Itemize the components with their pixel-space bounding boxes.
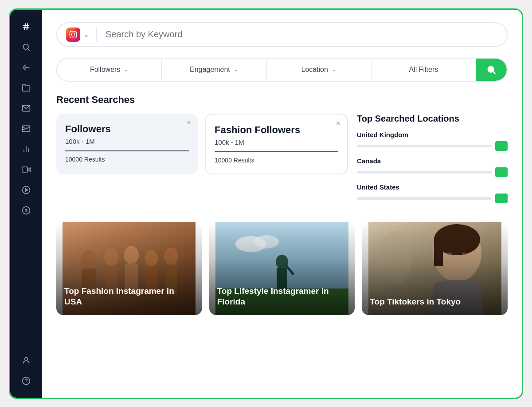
svg-point-18	[25, 357, 28, 360]
card-title-0: Followers	[65, 123, 189, 135]
featured-card-0[interactable]: Top Fashion Instagramer in USA	[56, 222, 202, 315]
sidebar-icon-hashtag[interactable]	[17, 18, 35, 36]
location-label: Location	[301, 66, 328, 74]
all-filters-btn[interactable]: All Filters	[372, 59, 476, 80]
svg-rect-21	[70, 31, 77, 38]
location-name-0: United Kingdom	[357, 131, 508, 138]
sidebar-icon-play[interactable]	[17, 181, 35, 199]
search-card-0[interactable]: ✕ Followers 100k - 1M 10000 Results	[56, 114, 198, 174]
featured-row: Top Fashion Instagramer in USA	[56, 222, 508, 315]
engagement-label: Engagement	[190, 66, 230, 74]
location-bar-bg-2	[357, 197, 492, 200]
followers-chevron-icon: ⌄	[124, 66, 129, 73]
card-close-1[interactable]: ✕	[336, 120, 341, 127]
location-bar-fill-2	[357, 197, 411, 200]
featured-card-text-0: Top Fashion Instagramer in USA	[64, 286, 194, 307]
platform-selector[interactable]: ⌄	[66, 28, 97, 42]
location-dot-0	[495, 141, 508, 151]
sidebar-icon-nav[interactable]	[17, 59, 35, 76]
search-input-wrapper: ⌄	[56, 22, 508, 47]
sidebar-icon-search[interactable]	[17, 38, 35, 56]
svg-line-5	[28, 48, 30, 51]
all-filters-label: All Filters	[409, 66, 438, 74]
recent-searches-title: Recent Searches	[56, 94, 508, 106]
location-bar-1	[357, 167, 508, 177]
svg-marker-15	[25, 188, 27, 191]
location-name-2: United States	[357, 183, 508, 191]
svg-rect-13	[22, 167, 28, 172]
card-results-1: 10000 Results	[215, 157, 338, 164]
location-bar-fill-0	[357, 145, 451, 147]
main-content: ⌄ Followers ⌄ Engagement ⌄ Location ⌄ Al…	[42, 10, 522, 398]
sidebar-icon-dollar[interactable]	[17, 202, 35, 219]
card-subtitle-1: 100k - 1M	[215, 138, 338, 146]
svg-line-3	[27, 23, 28, 30]
location-dot-1	[495, 167, 508, 177]
location-row-0: United Kingdom	[357, 131, 508, 151]
svg-line-25	[493, 71, 495, 74]
instagram-icon	[66, 28, 80, 42]
platform-chevron-icon: ⌄	[84, 31, 89, 38]
location-name-1: Canada	[357, 157, 508, 165]
location-row-1: Canada	[357, 157, 508, 177]
card-results-0: 10000 Results	[65, 156, 189, 163]
location-bar-0	[357, 141, 508, 151]
card-close-0[interactable]: ✕	[186, 119, 192, 126]
followers-label: Followers	[90, 66, 120, 74]
featured-card-text-2: Top Tiktokers in Tokyo	[370, 296, 500, 307]
featured-card-2[interactable]: Top Tiktokers in Tokyo	[362, 222, 508, 315]
sidebar-icon-help[interactable]	[17, 372, 35, 390]
featured-card-text-1: Top Lifestyle Instagramer in Florida	[217, 286, 347, 307]
search-input[interactable]	[97, 29, 498, 40]
recent-searches-section: Recent Searches ✕ Followers 100k - 1M 10…	[56, 94, 508, 315]
search-go-button[interactable]	[476, 59, 507, 81]
search-bar-row: ⌄	[56, 22, 508, 47]
location-bar-2	[357, 194, 508, 203]
sidebar-icon-mail[interactable]	[17, 99, 35, 117]
svg-line-2	[25, 23, 26, 30]
card-subtitle-0: 100k - 1M	[65, 138, 189, 145]
sidebar-icon-user[interactable]	[17, 352, 35, 369]
sidebar-icon-chart[interactable]	[17, 140, 35, 158]
sidebar-icon-record[interactable]	[17, 161, 35, 178]
recent-cards: ✕ Followers 100k - 1M 10000 Results ✕ Fa…	[56, 114, 348, 174]
sidebar	[10, 10, 42, 398]
svg-point-24	[488, 66, 494, 72]
location-row-2: United States	[357, 183, 508, 203]
locations-panel: Top Searched Locations United Kingdom Ca…	[357, 114, 508, 209]
svg-point-4	[23, 44, 28, 49]
svg-point-22	[71, 33, 75, 36]
filter-row: Followers ⌄ Engagement ⌄ Location ⌄ All …	[56, 58, 508, 82]
search-card-1[interactable]: ✕ Fashion Followers 100k - 1M 10000 Resu…	[205, 114, 348, 174]
location-filter-btn[interactable]: Location ⌄	[267, 59, 372, 80]
app-wrapper: ⌄ Followers ⌄ Engagement ⌄ Location ⌄ Al…	[9, 8, 523, 399]
engagement-chevron-icon: ⌄	[234, 66, 239, 73]
featured-card-1[interactable]: Top Lifestyle Instagramer in Florida	[209, 222, 355, 315]
sidebar-icon-mail-alt[interactable]	[17, 120, 35, 138]
followers-filter-btn[interactable]: Followers ⌄	[57, 59, 162, 80]
location-chevron-icon: ⌄	[332, 66, 336, 73]
svg-marker-12	[27, 167, 30, 171]
location-dot-2	[495, 194, 508, 203]
sidebar-icon-folder[interactable]	[17, 79, 35, 97]
location-bar-bg-0	[357, 145, 492, 147]
engagement-filter-btn[interactable]: Engagement ⌄	[162, 59, 266, 80]
locations-title: Top Searched Locations	[357, 114, 508, 124]
card-title-1: Fashion Followers	[215, 124, 338, 136]
location-bar-fill-1	[357, 171, 431, 174]
location-bar-bg-1	[357, 171, 492, 174]
svg-point-23	[74, 32, 75, 33]
recent-top-row: ✕ Followers 100k - 1M 10000 Results ✕ Fa…	[56, 114, 508, 209]
